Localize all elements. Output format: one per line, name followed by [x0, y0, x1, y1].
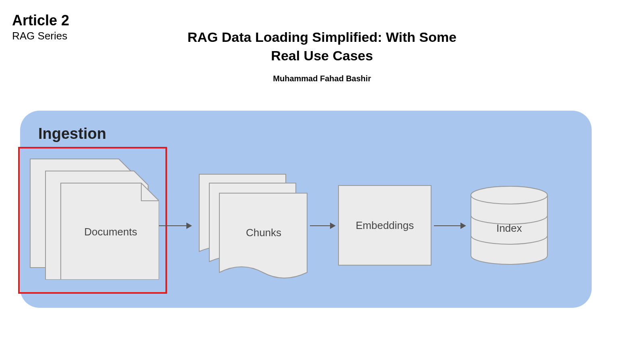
- series-name: RAG Series: [12, 30, 69, 42]
- article-number: Article 2: [12, 12, 69, 29]
- main-title: RAG Data Loading Simplified: With Some R…: [181, 28, 463, 65]
- ingestion-label: Ingestion: [38, 125, 106, 142]
- embeddings-node: Embeddings: [338, 185, 431, 266]
- arrow-chunks-to-embeddings: [310, 225, 335, 226]
- arrow-embeddings-to-index: [434, 225, 465, 226]
- title-block: RAG Data Loading Simplified: With Some R…: [181, 28, 463, 83]
- svg-point-1: [471, 186, 547, 204]
- index-label: Index: [496, 222, 522, 234]
- chunks-stack-icon: [199, 174, 307, 278]
- chunks-label: Chunks: [246, 227, 281, 239]
- documents-label: Documents: [84, 226, 137, 238]
- arrow-documents-to-chunks: [159, 225, 191, 226]
- index-node: Index: [469, 185, 549, 266]
- ingestion-diagram-panel: Ingestion Documents Chunks Embeddings: [20, 111, 592, 308]
- author-name: Muhammad Fahad Bashir: [181, 74, 463, 83]
- document-stack-icon: [30, 159, 159, 280]
- embeddings-label: Embeddings: [356, 219, 414, 232]
- chunks-node: Chunks: [195, 171, 308, 280]
- header-block: Article 2 RAG Series: [12, 12, 69, 42]
- documents-node: Documents: [26, 155, 159, 280]
